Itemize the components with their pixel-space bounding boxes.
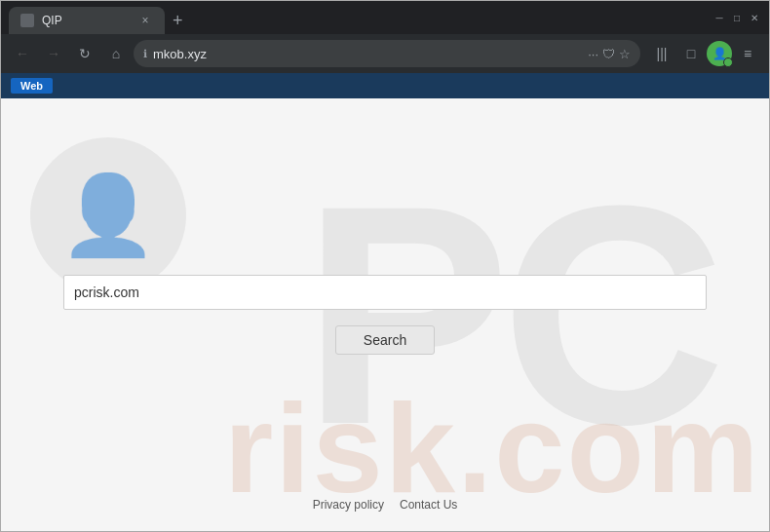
tab-label: QIP xyxy=(42,14,130,27)
back-button[interactable]: ← xyxy=(9,40,36,67)
watermark-circle: 👤 xyxy=(30,137,186,293)
tab-area: QIP × + xyxy=(9,1,705,34)
window-controls: ─ □ ✕ xyxy=(712,11,761,24)
bookmark-icon[interactable]: ☆ xyxy=(619,47,631,61)
new-tab-button[interactable]: + xyxy=(165,7,191,34)
reader-view-button[interactable]: ||| xyxy=(648,40,675,67)
refresh-button[interactable]: ↻ xyxy=(71,40,98,67)
menu-button[interactable]: ≡ xyxy=(734,40,761,67)
privacy-policy-link[interactable]: Privacy policy xyxy=(313,498,384,512)
web-tab-bar: Web xyxy=(1,73,769,98)
browser-actions: ||| □ 👤 ≡ xyxy=(648,40,761,67)
avatar-icon: 👤 xyxy=(712,47,727,60)
search-input-wrapper xyxy=(63,275,707,310)
tab-close-icon[interactable]: × xyxy=(137,13,153,28)
search-input[interactable] xyxy=(63,275,707,310)
more-options-icon[interactable]: ··· xyxy=(588,47,598,61)
contact-us-link[interactable]: Contact Us xyxy=(400,498,457,512)
search-widget: Search xyxy=(63,275,707,355)
title-bar: QIP × + ─ □ ✕ xyxy=(1,1,769,34)
content-area: 👤 PC risk.com Search Privacy policy Cont… xyxy=(1,98,769,531)
lock-icon: ℹ xyxy=(143,48,147,60)
browser-window: QIP × + ─ □ ✕ ← → ↻ ⌂ ℹ mkob.xyz ··· 🛡 ☆… xyxy=(0,0,770,532)
search-button[interactable]: Search xyxy=(335,325,435,355)
maximize-button[interactable]: □ xyxy=(730,11,744,24)
tab-favicon xyxy=(20,14,34,27)
close-button[interactable]: ✕ xyxy=(748,11,761,24)
footer-links: Privacy policy Contact Us xyxy=(1,498,769,512)
pocket-icon[interactable]: 🛡 xyxy=(602,47,615,61)
minimize-button[interactable]: ─ xyxy=(712,11,726,24)
address-bar-icons: ··· 🛡 ☆ xyxy=(588,47,631,61)
watermark-person-icon: 👤 xyxy=(59,170,157,261)
forward-button[interactable]: → xyxy=(40,40,67,67)
browser-tab[interactable]: QIP × xyxy=(9,7,165,34)
nav-bar: ← → ↻ ⌂ ℹ mkob.xyz ··· 🛡 ☆ ||| □ 👤 ≡ xyxy=(1,34,769,73)
containers-button[interactable]: □ xyxy=(677,40,705,67)
web-tab-indicator[interactable]: Web xyxy=(11,78,53,94)
home-button[interactable]: ⌂ xyxy=(102,40,130,67)
address-bar[interactable]: ℹ mkob.xyz ··· 🛡 ☆ xyxy=(134,40,640,67)
avatar-button[interactable]: 👤 xyxy=(707,41,732,66)
url-display: mkob.xyz xyxy=(153,47,582,61)
